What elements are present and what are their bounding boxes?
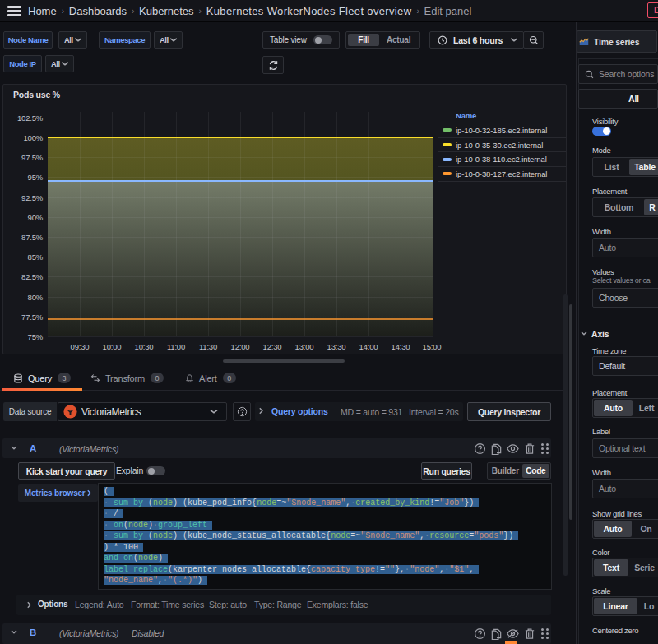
svg-text:11:00: 11:00	[167, 342, 185, 351]
svg-text:11:30: 11:30	[199, 342, 217, 351]
svg-text:85%: 85%	[28, 253, 44, 262]
svg-text:97.5%: 97.5%	[21, 153, 44, 162]
svg-text:100%: 100%	[24, 133, 44, 142]
svg-text:12:00: 12:00	[231, 342, 250, 351]
svg-text:14:00: 14:00	[359, 342, 378, 351]
svg-text:77.5%: 77.5%	[21, 313, 44, 322]
svg-text:09:30: 09:30	[71, 342, 90, 351]
svg-text:13:30: 13:30	[327, 342, 346, 351]
svg-text:14:30: 14:30	[392, 342, 410, 351]
svg-text:13:00: 13:00	[295, 342, 314, 351]
svg-text:10:00: 10:00	[103, 342, 122, 351]
svg-text:12:30: 12:30	[263, 342, 282, 351]
svg-text:82.5%: 82.5%	[21, 272, 44, 281]
svg-text:90%: 90%	[28, 213, 44, 222]
svg-text:80%: 80%	[28, 293, 44, 302]
svg-text:87.5%: 87.5%	[21, 233, 44, 242]
svg-text:15:00: 15:00	[423, 342, 442, 351]
svg-text:102.5%: 102.5%	[17, 114, 44, 123]
svg-text:75%: 75%	[28, 332, 44, 341]
svg-text:95%: 95%	[28, 173, 44, 182]
svg-text:10:30: 10:30	[135, 342, 154, 351]
svg-text:92.5%: 92.5%	[21, 193, 44, 202]
